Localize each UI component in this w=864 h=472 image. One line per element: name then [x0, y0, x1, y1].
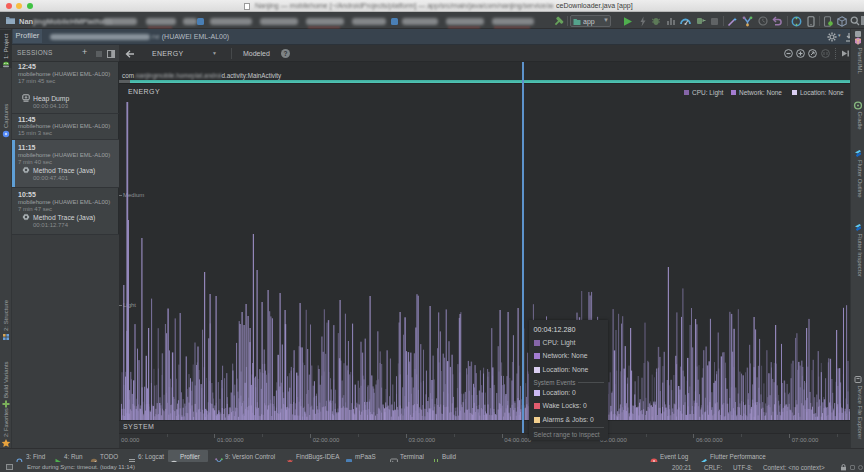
svg-text:Flutter Outline: Flutter Outline	[857, 160, 863, 198]
svg-text:Captures: Captures	[3, 104, 9, 128]
svg-text:Build Variants: Build Variants	[3, 361, 9, 398]
svg-text:Gradle: Gradle	[857, 112, 863, 131]
svg-text:Flutter Inspector: Flutter Inspector	[857, 234, 863, 277]
svg-text:1: Project: 1: Project	[3, 33, 9, 59]
svg-text:2: Favorites: 2: Favorites	[3, 408, 9, 437]
svg-text:2: Structure: 2: Structure	[3, 299, 9, 331]
svg-text:Device File Explorer: Device File Explorer	[857, 386, 863, 440]
svg-text:PlantUML: PlantUML	[857, 48, 863, 75]
